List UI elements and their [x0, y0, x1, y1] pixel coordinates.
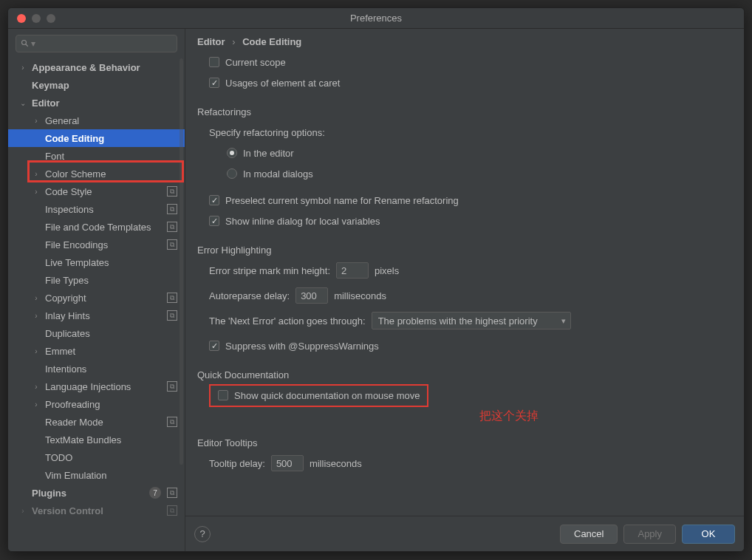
in-editor-radio[interactable] [227, 148, 237, 158]
sidebar-item-file-and-code-templates[interactable]: File and Code Templates⧉ [8, 218, 185, 236]
apply-button[interactable]: Apply [623, 525, 676, 544]
project-level-icon: ⧉ [167, 505, 177, 516]
sidebar-item-label: Version Control [32, 505, 164, 516]
current-scope-checkbox[interactable] [209, 57, 219, 67]
sidebar-item-label: Code Editing [45, 133, 177, 144]
chevron-right-icon[interactable]: › [32, 187, 41, 196]
breadcrumb-current: Code Editing [242, 36, 301, 47]
preselect-label: Preselect current symbol name for Rename… [225, 195, 459, 206]
ok-button[interactable]: OK [682, 525, 735, 544]
sidebar-item-label: Editor [32, 98, 177, 109]
preferences-window: Preferences ▾ ›Appearance & BehaviorKeym… [7, 7, 745, 552]
arrow-placeholder [32, 364, 41, 373]
breadcrumb-parent[interactable]: Editor [197, 36, 225, 47]
next-error-select[interactable]: The problems with the highest priority [372, 312, 571, 329]
stripe-height-input[interactable] [336, 262, 369, 279]
suppress-checkbox[interactable] [209, 341, 219, 351]
help-button[interactable]: ? [194, 526, 211, 542]
sidebar-item-copyright[interactable]: ›Copyright⧉ [8, 289, 185, 307]
sidebar-item-language-injections[interactable]: ›Language Injections⧉ [8, 378, 185, 395]
usages-at-caret-checkbox[interactable] [209, 78, 219, 88]
sidebar-item-version-control[interactable]: ›Version Control⧉ [8, 502, 185, 519]
inline-dialog-checkbox[interactable] [209, 216, 219, 226]
current-scope-label: Current scope [225, 57, 286, 68]
in-modal-radio[interactable] [227, 168, 237, 179]
tooltip-delay-label: Tooltip delay: [209, 458, 265, 469]
quick-doc-checkbox[interactable] [218, 390, 228, 400]
sidebar-item-code-editing[interactable]: Code Editing [8, 129, 185, 147]
sidebar-item-label: Plugins [32, 488, 149, 499]
arrow-placeholder [32, 276, 41, 284]
arrow-placeholder [32, 151, 41, 160]
svg-line-1 [26, 44, 28, 47]
sidebar-item-general[interactable]: ›General [8, 112, 185, 129]
chevron-right-icon[interactable]: › [32, 169, 41, 178]
window-title: Preferences [8, 13, 744, 24]
autoreparse-input[interactable] [295, 287, 328, 304]
sidebar-item-todo[interactable]: TODO [8, 448, 185, 466]
sidebar-item-keymap[interactable]: Keymap [8, 76, 185, 94]
sidebar-item-live-templates[interactable]: Live Templates [8, 253, 185, 271]
sidebar-item-label: Inspections [45, 204, 164, 215]
sidebar-item-editor[interactable]: ⌄Editor [8, 94, 185, 112]
sidebar-item-label: Color Scheme [45, 168, 177, 180]
chevron-right-icon[interactable]: › [32, 293, 41, 302]
sidebar-item-textmate-bundles[interactable]: TextMate Bundles [8, 431, 185, 448]
tooltips-section-title: Editor Tooltips [197, 437, 732, 448]
stripe-height-label: Error stripe mark min height: [209, 265, 330, 276]
tooltip-delay-unit: milliseconds [310, 458, 362, 469]
sidebar-scrollbar[interactable] [180, 58, 183, 465]
sidebar-item-appearance-behavior[interactable]: ›Appearance & Behavior [8, 58, 185, 76]
arrow-placeholder [32, 329, 41, 338]
chevron-right-icon[interactable]: › [32, 311, 41, 320]
arrow-placeholder [32, 417, 41, 426]
sidebar-item-label: Code Style [45, 186, 164, 197]
sidebar-item-reader-mode[interactable]: Reader Mode⧉ [8, 413, 185, 431]
chevron-right-icon[interactable]: › [18, 63, 27, 72]
autoreparse-unit: milliseconds [334, 290, 386, 301]
sidebar-item-proofreading[interactable]: ›Proofreading [8, 395, 185, 413]
cancel-button[interactable]: Cancel [560, 525, 618, 544]
project-level-icon: ⧉ [167, 293, 177, 303]
search-icon [21, 39, 30, 48]
sidebar-item-inlay-hints[interactable]: ›Inlay Hints⧉ [8, 307, 185, 324]
sidebar-item-color-scheme[interactable]: ›Color Scheme [8, 165, 185, 182]
sidebar-item-plugins[interactable]: Plugins7⧉ [8, 484, 185, 502]
dialog-footer: ? Cancel Apply OK [185, 516, 744, 551]
sidebar-item-label: Font [45, 151, 177, 162]
autoreparse-label: Autoreparse delay: [209, 290, 290, 301]
project-level-icon: ⧉ [167, 381, 177, 392]
close-window-icon[interactable] [17, 14, 26, 23]
project-level-icon: ⧉ [167, 204, 177, 214]
chevron-right-icon[interactable]: › [32, 346, 41, 355]
project-level-icon: ⧉ [167, 186, 177, 197]
zoom-window-icon[interactable] [47, 14, 55, 23]
minimize-window-icon[interactable] [32, 14, 41, 23]
arrow-placeholder [32, 205, 41, 214]
sidebar-item-code-style[interactable]: ›Code Style⧉ [8, 182, 185, 200]
sidebar-item-vim-emulation[interactable]: Vim Emulation [8, 466, 185, 484]
sidebar-item-duplicates[interactable]: Duplicates [8, 324, 185, 342]
chevron-right-icon[interactable]: › [32, 400, 41, 409]
sidebar-item-label: TODO [45, 452, 177, 463]
sidebar-item-label: File and Code Templates [45, 222, 164, 233]
preselect-checkbox[interactable] [209, 195, 219, 205]
sidebar-item-inspections[interactable]: Inspections⧉ [8, 200, 185, 218]
sidebar-item-file-types[interactable]: File Types [8, 271, 185, 289]
chevron-down-icon[interactable]: ⌄ [18, 98, 27, 107]
chevron-right-icon[interactable]: › [18, 506, 27, 515]
error-highlighting-section-title: Error Highlighting [197, 245, 732, 256]
sidebar-item-emmet[interactable]: ›Emmet [8, 342, 185, 360]
annotation-highlight-quickdoc: Show quick documentation on mouse move [209, 384, 428, 407]
arrow-placeholder [32, 453, 41, 462]
breadcrumb: Editor › Code Editing [185, 29, 744, 52]
search-input[interactable]: ▾ [16, 35, 177, 52]
sidebar-item-label: Intentions [45, 363, 177, 375]
tooltip-delay-input[interactable] [271, 455, 304, 471]
chevron-right-icon[interactable]: › [32, 116, 41, 125]
sidebar-item-file-encodings[interactable]: File Encodings⧉ [8, 236, 185, 253]
sidebar-item-intentions[interactable]: Intentions [8, 360, 185, 378]
sidebar-item-font[interactable]: Font [8, 147, 185, 165]
chevron-right-icon[interactable]: › [32, 382, 41, 391]
sidebar-item-label: Reader Mode [45, 417, 164, 428]
